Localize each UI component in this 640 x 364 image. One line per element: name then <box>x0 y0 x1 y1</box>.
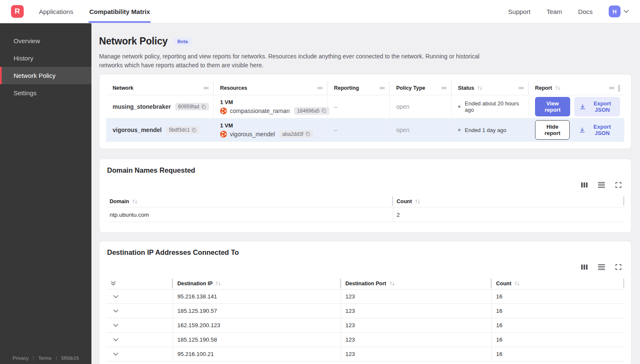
topbar-right: Support Team Docs H <box>508 6 629 17</box>
resources-summary: 1 VM <box>220 99 233 105</box>
destination-ip-value: 95.216.138.141 <box>173 290 341 303</box>
row-expander-cell <box>106 333 173 347</box>
destinations-card-title: Destination IP Addresses Connected To <box>106 248 624 256</box>
sort-icon[interactable] <box>215 281 221 286</box>
network-id-badge: 5bdf3dc1 <box>166 126 199 134</box>
resources-cell: 1 VM vigorous_mendel aba2dd3f <box>214 119 328 141</box>
column-header-policy-type: Policy Type <box>390 81 452 95</box>
double-chevron-down-icon[interactable] <box>110 281 116 286</box>
column-header-count[interactable]: Count <box>393 196 624 207</box>
top-navbar: R Applications Compatibility Matrix Supp… <box>0 0 640 23</box>
destination-port-value: 123 <box>341 290 492 303</box>
domains-card: Domain Names Requested Domain Count <box>99 159 632 233</box>
expand-icon[interactable] <box>615 182 622 188</box>
chevron-down-icon[interactable] <box>113 295 119 298</box>
ubuntu-icon <box>220 131 227 138</box>
chevron-down-icon[interactable] <box>113 353 119 356</box>
column-header-status[interactable]: Status <box>452 81 529 95</box>
user-menu[interactable]: H <box>609 6 629 17</box>
footer-divider: | <box>28 356 38 361</box>
page-header: Network Policy Beta <box>99 36 632 47</box>
sort-icon[interactable] <box>477 85 483 91</box>
column-drag-handle[interactable] <box>609 86 615 90</box>
avatar[interactable]: H <box>609 6 621 17</box>
destination-row: 185.125.190.58 123 16 <box>106 333 624 347</box>
domains-card-title: Domain Names Requested <box>106 166 624 174</box>
column-header-report[interactable]: Report <box>529 81 624 95</box>
policy-type-cell: open <box>390 95 452 118</box>
export-json-button[interactable]: Export JSON <box>574 97 620 116</box>
count-value: 2 <box>393 207 624 222</box>
docs-link[interactable]: Docs <box>578 8 593 15</box>
copy-icon[interactable] <box>192 128 196 132</box>
rows-icon[interactable] <box>598 182 605 188</box>
domains-table-header: Domain Count <box>106 196 624 207</box>
destinations-card: Destination IP Addresses Connected To De… <box>99 241 632 364</box>
app-logo[interactable]: R <box>11 5 24 18</box>
column-header-network: Network <box>106 81 214 95</box>
destination-row: 95.216.100.21 123 16 <box>106 347 624 361</box>
sort-icon[interactable] <box>415 199 420 204</box>
table-edge-resize-handle[interactable] <box>618 85 620 92</box>
report-cell: Hide report Export JSON <box>529 119 624 141</box>
destination-row: 185.125.190.57 123 16 <box>106 304 624 318</box>
sidebar-footer: Privacy | Terms | 5f56b15 <box>0 356 91 361</box>
tab-applications[interactable]: Applications <box>38 0 74 23</box>
destination-ip-value: 162.159.200.123 <box>173 318 341 332</box>
network-cell: vigorous_mendel 5bdf3dc1 <box>106 119 214 141</box>
expand-icon[interactable] <box>615 264 622 270</box>
sidebar-item-history[interactable]: History <box>0 50 91 67</box>
tab-compatibility-matrix[interactable]: Compatibility Matrix <box>88 0 151 23</box>
sort-icon[interactable] <box>389 281 395 286</box>
column-header-reporting: Reporting <box>328 81 390 95</box>
chevron-down-icon[interactable] <box>623 10 629 13</box>
page-description: Manage network policy, reporting and vie… <box>99 52 480 70</box>
chevron-down-icon[interactable] <box>113 309 119 313</box>
column-header-domain[interactable]: Domain <box>106 196 393 207</box>
support-link[interactable]: Support <box>508 8 531 15</box>
privacy-link[interactable]: Privacy <box>13 356 29 361</box>
copy-icon[interactable] <box>201 105 206 109</box>
copy-icon[interactable] <box>322 108 326 113</box>
sidebar-item-settings[interactable]: Settings <box>0 84 91 102</box>
row-expander-cell <box>106 347 173 361</box>
policy-type-cell: open <box>390 119 452 141</box>
copy-icon[interactable] <box>306 132 310 136</box>
resource-name: compassionate_raman <box>230 108 290 114</box>
sort-icon[interactable] <box>132 199 138 204</box>
sidebar-item-network-policy[interactable]: Network Policy <box>0 67 91 84</box>
sort-icon[interactable] <box>514 281 520 286</box>
sort-icon[interactable] <box>555 85 560 91</box>
column-drag-handle[interactable] <box>518 86 524 90</box>
destination-port-value: 123 <box>341 333 492 347</box>
columns-icon[interactable] <box>581 264 588 270</box>
column-header-count[interactable]: Count <box>492 278 624 289</box>
column-drag-handle[interactable] <box>441 86 447 90</box>
columns-icon[interactable] <box>581 182 588 188</box>
column-header-destination-port[interactable]: Destination Port <box>341 278 492 289</box>
column-drag-handle[interactable] <box>317 86 323 90</box>
export-json-button[interactable]: Export JSON <box>574 120 620 140</box>
domain-value: ntp.ubuntu.com <box>106 207 393 222</box>
chevron-down-icon[interactable] <box>113 338 119 342</box>
page-title: Network Policy <box>99 36 168 47</box>
view-report-button[interactable]: View report <box>535 97 570 116</box>
chevron-down-icon[interactable] <box>113 324 119 327</box>
destinations-table-body: 95.216.138.141 123 16 185.125.190.57 123… <box>106 290 624 361</box>
resources-cell: 1 VM compassionate_raman 184696a5 <box>214 95 328 118</box>
networks-table-header: Network Resources Reporting Policy Type … <box>106 81 624 95</box>
rows-icon[interactable] <box>598 264 605 270</box>
sidebar-item-overview[interactable]: Overview <box>0 32 91 50</box>
hide-report-button[interactable]: Hide report <box>535 120 570 140</box>
count-value: 16 <box>492 304 624 318</box>
column-drag-handle[interactable] <box>379 86 385 90</box>
network-row: musing_stonebraker 60959fad 1 VM compass… <box>106 95 624 119</box>
beta-badge: Beta <box>174 37 192 46</box>
ubuntu-icon <box>220 108 227 114</box>
column-header-destination-ip[interactable]: Destination IP <box>173 278 341 289</box>
terms-link[interactable]: Terms <box>38 356 51 361</box>
network-name: vigorous_mendel <box>113 127 162 133</box>
column-header-resources: Resources <box>214 81 328 95</box>
column-drag-handle[interactable] <box>203 86 209 90</box>
team-link[interactable]: Team <box>546 8 562 15</box>
